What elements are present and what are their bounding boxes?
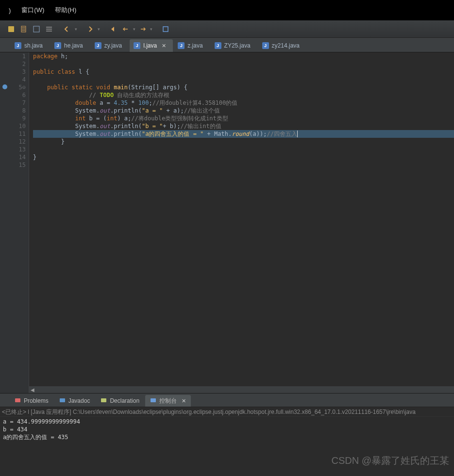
panel-tab-label: Javadoc xyxy=(68,397,90,404)
bottom-panel: ProblemsJavadocDeclaration控制台✕ <已终止> l [… xyxy=(0,393,454,476)
java-file-icon: J xyxy=(178,42,185,49)
code-line[interactable]: // TODO 自动生成的方法存根 xyxy=(33,91,454,99)
menu-window[interactable]: 窗口(W) xyxy=(21,6,44,15)
editor-tabbar: Jsh.javaJhe.javaJzy.javaJl.java✕Jz.javaJ… xyxy=(0,38,454,52)
panel-tab-icon xyxy=(15,397,21,405)
open-type-icon[interactable] xyxy=(6,24,17,34)
tab-label: sh.java xyxy=(24,42,43,49)
code-line[interactable]: System.out.println("a = " + a);//输出这个值 xyxy=(33,107,454,115)
code-line[interactable] xyxy=(33,60,454,68)
panel-tab-Javadoc[interactable]: Javadoc xyxy=(54,395,95,407)
menu-help[interactable]: 帮助(H) xyxy=(55,6,76,15)
svg-rect-6 xyxy=(60,398,65,402)
code-line[interactable]: System.out.println("a的四舍五入的值 = " + Math.… xyxy=(33,130,454,138)
panel-tab-label: Declaration xyxy=(110,397,139,404)
menubar: ) 窗口(W) 帮助(H) xyxy=(0,0,454,20)
code-line[interactable]: public class l { xyxy=(33,68,454,76)
back-icon[interactable] xyxy=(120,24,131,34)
code-line[interactable]: package h; xyxy=(33,52,454,60)
save-all-icon[interactable] xyxy=(31,24,42,34)
tab-label: zy214.java xyxy=(272,42,300,49)
tab-zy-java[interactable]: Jzy.java xyxy=(91,39,129,52)
pin-editor-icon[interactable] xyxy=(160,24,171,34)
code-line[interactable]: int b = (int) a;//将double类型强制转化成int类型 xyxy=(33,115,454,122)
tab-label: l.java xyxy=(143,42,157,49)
tab-l-java[interactable]: Jl.java✕ xyxy=(130,39,173,52)
code-area[interactable]: package h;public class l { public static… xyxy=(29,52,454,393)
code-line[interactable] xyxy=(33,146,454,153)
panel-tab-label: 控制台 xyxy=(159,397,177,405)
tab-label: ZY25.java xyxy=(224,42,251,49)
close-icon[interactable]: ✕ xyxy=(182,398,186,404)
java-file-icon: J xyxy=(54,42,61,49)
tab-sh-java[interactable]: Jsh.java xyxy=(11,39,50,52)
java-file-icon: J xyxy=(95,42,101,49)
last-edit-icon[interactable] xyxy=(108,24,118,34)
tab-label: he.java xyxy=(64,42,83,49)
java-file-icon: J xyxy=(215,42,221,49)
panel-tab-label: Problems xyxy=(24,397,49,404)
code-line[interactable]: } xyxy=(33,153,454,161)
editor-gutter xyxy=(0,52,10,393)
tab-zy214-java[interactable]: Jzy214.java xyxy=(258,39,306,52)
panel-tab-控制台[interactable]: 控制台✕ xyxy=(145,395,191,407)
scroll-left-icon[interactable]: ◀ xyxy=(29,386,36,393)
tab-z-java[interactable]: Jz.java xyxy=(174,39,209,52)
code-line[interactable] xyxy=(33,76,454,83)
close-icon[interactable]: ✕ xyxy=(162,43,166,49)
toggle-breadcrumb-icon[interactable] xyxy=(44,24,54,34)
svg-rect-5 xyxy=(15,398,20,402)
code-line[interactable]: double a = 4.35 * 100;//用double计算4.35810… xyxy=(33,99,454,107)
console-output: a = 434.99999999999994 b = 434 a的四舍五入的值 … xyxy=(0,417,454,476)
horizontal-scrollbar[interactable]: ◀ xyxy=(29,386,454,393)
svg-rect-0 xyxy=(8,26,14,32)
code-line[interactable]: System.out.println("b = "+ b);//输出int的值 xyxy=(33,122,454,130)
editor[interactable]: 12345⊖6789101112131415 package h;public … xyxy=(0,52,454,393)
java-file-icon: J xyxy=(134,42,140,49)
java-file-icon: J xyxy=(15,42,21,49)
panel-tab-icon xyxy=(59,397,66,405)
tab-he-java[interactable]: Jhe.java xyxy=(50,39,90,52)
next-annotation-icon[interactable] xyxy=(85,24,96,34)
svg-rect-2 xyxy=(34,26,39,32)
svg-rect-8 xyxy=(151,398,156,402)
code-line[interactable] xyxy=(33,161,454,169)
tab-label: zy.java xyxy=(104,42,122,49)
breakpoint-marker-icon[interactable] xyxy=(1,83,8,90)
panel-tab-Problems[interactable]: Problems xyxy=(10,395,53,407)
panel-tab-icon xyxy=(101,397,107,405)
menu-paren: ) xyxy=(9,7,11,14)
svg-rect-3 xyxy=(163,27,168,32)
panel-tab-icon xyxy=(150,397,156,405)
forward-icon[interactable] xyxy=(137,24,148,34)
tab-label: z.java xyxy=(187,42,202,49)
panel-tab-Declaration[interactable]: Declaration xyxy=(96,395,144,407)
svg-point-4 xyxy=(2,84,7,89)
new-file-icon[interactable] xyxy=(18,24,29,34)
svg-rect-7 xyxy=(101,398,106,402)
java-file-icon: J xyxy=(262,42,269,49)
panel-tabs: ProblemsJavadocDeclaration控制台✕ xyxy=(0,394,454,407)
code-line[interactable]: } xyxy=(33,138,454,146)
previous-annotation-icon[interactable] xyxy=(62,24,73,34)
tab-ZY25-java[interactable]: JZY25.java xyxy=(211,39,257,52)
toolbar: ▾ ▾ ▾ ▾ xyxy=(0,20,454,38)
code-line[interactable]: public static void main(String[] args) { xyxy=(33,83,454,91)
console-header: <已终止> l [Java 应用程序] C:\Users\feven\Downl… xyxy=(0,407,454,417)
line-numbers: 12345⊖6789101112131415 xyxy=(10,52,29,393)
